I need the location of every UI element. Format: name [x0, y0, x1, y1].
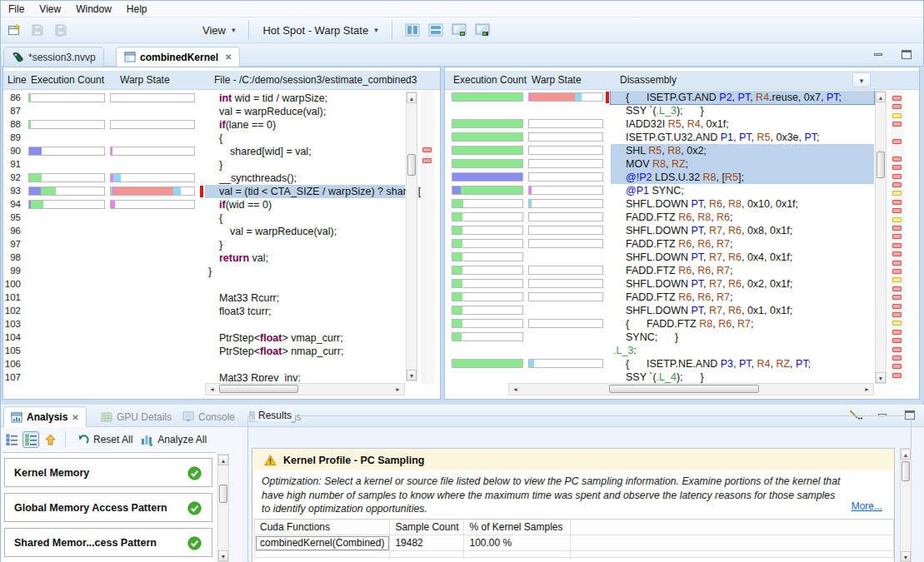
- source-row[interactable]: 103: [3, 318, 440, 331]
- annotation-marker[interactable]: [892, 96, 902, 101]
- source-row[interactable]: 102float3 tcurr;: [3, 305, 440, 318]
- close-icon[interactable]: ✕: [225, 52, 232, 62]
- close-icon[interactable]: ✕: [72, 413, 78, 422]
- annotation-marker[interactable]: [892, 251, 902, 256]
- analysis-stage-card[interactable]: Kernel Memory: [4, 458, 212, 487]
- table-cell[interactable]: [571, 535, 894, 551]
- new-session-button[interactable]: [4, 20, 24, 40]
- scroll-up-icon[interactable]: ▲: [876, 92, 886, 102]
- disassembly-row[interactable]: FADD.FTZ R6, R6, R7;: [445, 291, 919, 304]
- source-row[interactable]: 93val = (tid < CTA_SIZE / warpSize) ? sh…: [3, 185, 440, 198]
- disassembly-horizontal-scrollbar[interactable]: ◄ ►: [508, 383, 874, 395]
- tab-analysis[interactable]: Analysis ✕: [3, 406, 87, 427]
- annotation-marker[interactable]: [892, 122, 902, 127]
- disassembly-options-dropdown[interactable]: ▾: [852, 72, 871, 87]
- save-button[interactable]: [27, 20, 47, 40]
- reset-all-button[interactable]: Reset All: [72, 431, 137, 448]
- annotation-marker[interactable]: [892, 286, 902, 291]
- scrollbar-thumb[interactable]: [877, 152, 885, 178]
- maximize-editor-button[interactable]: [898, 47, 915, 61]
- disassembly-row[interactable]: .L_3:: [445, 344, 919, 357]
- scroll-left-icon[interactable]: ◄: [207, 384, 217, 395]
- tab-gpu-details[interactable]: GPU Details: [94, 406, 178, 427]
- menu-item-file[interactable]: File: [1, 1, 32, 17]
- source-row[interactable]: 92__syncthreads();: [3, 172, 440, 185]
- source-row[interactable]: 96val = warpReduce(val);: [3, 225, 440, 238]
- scroll-up-icon[interactable]: ▲: [407, 92, 417, 103]
- annotation-marker[interactable]: [892, 157, 902, 162]
- tab-console[interactable]: Console: [176, 406, 242, 427]
- disassembly-row[interactable]: SHFL.DOWN PT, R7, R6, 0x2, 0x1f;: [445, 277, 919, 291]
- source-vertical-scrollbar[interactable]: ▲ ▼: [406, 92, 417, 381]
- annotation-marker[interactable]: [892, 191, 902, 196]
- tab-session3[interactable]: *session3.nvvp: [3, 47, 104, 67]
- split-horizontal-button[interactable]: [426, 20, 446, 40]
- minimize-editor-button[interactable]: [870, 47, 887, 61]
- disassembly-row[interactable]: MOV R8, RZ;: [445, 157, 919, 171]
- analysis-stage-card[interactable]: Global Memory Access Pattern: [4, 493, 212, 522]
- source-row[interactable]: 94if(wid == 0): [3, 198, 440, 211]
- scroll-up-icon[interactable]: ▲: [218, 455, 228, 465]
- scrollbar-thumb[interactable]: [902, 461, 910, 481]
- table-header-cell[interactable]: [571, 520, 894, 535]
- annotation-marker[interactable]: [422, 147, 432, 152]
- scroll-down-icon[interactable]: ▼: [218, 550, 228, 561]
- scroll-left-icon[interactable]: ◄: [510, 384, 521, 395]
- disassembly-row[interactable]: IADD32I R5, R4, 0x1f;: [445, 117, 919, 131]
- annotation-marker[interactable]: [892, 277, 902, 282]
- menu-item-window[interactable]: Window: [68, 1, 119, 17]
- disassembly-row[interactable]: FADD.FTZ R6, R8, R6;: [445, 211, 919, 224]
- annotation-marker[interactable]: [892, 217, 902, 222]
- table-header-cell[interactable]: % of Kernel Samples: [464, 520, 571, 535]
- table-row[interactable]: combinedKernel(Combined)19482100.00 %: [255, 535, 894, 551]
- view-dropdown[interactable]: View ▾: [196, 22, 242, 39]
- source-row[interactable]: 107Mat33 Rprev_inv;: [3, 371, 440, 381]
- scroll-down-icon[interactable]: ▼: [901, 551, 911, 562]
- source-row[interactable]: 99}: [3, 265, 440, 278]
- table-cell[interactable]: combinedKernel(Combined): [255, 535, 390, 551]
- source-row[interactable]: 90shared[wid] = val;: [3, 145, 440, 158]
- more-link[interactable]: More...: [852, 500, 882, 512]
- tab-combinedkernel[interactable]: combinedKernel ✕: [116, 47, 240, 67]
- annotation-marker[interactable]: [892, 356, 902, 361]
- split-vertical-button[interactable]: [402, 20, 422, 40]
- disassembly-row[interactable]: SSY `(.L_4); }: [445, 371, 919, 384]
- disassembly-row[interactable]: SSY `(.L_3); }: [445, 104, 919, 117]
- annotation-marker[interactable]: [892, 182, 902, 187]
- annotation-marker[interactable]: [892, 364, 902, 369]
- scrollbar-thumb[interactable]: [219, 485, 227, 503]
- back-up-button[interactable]: [42, 431, 58, 448]
- restore-source-view-button[interactable]: [472, 20, 492, 40]
- maximize-source-view-button[interactable]: [449, 20, 469, 40]
- scroll-right-icon[interactable]: ►: [392, 384, 403, 395]
- scrollbar-thumb[interactable]: [609, 385, 759, 393]
- table-cell[interactable]: 100.00 %: [464, 535, 571, 551]
- source-row[interactable]: 98return val;: [3, 251, 440, 265]
- source-row[interactable]: 100: [3, 278, 440, 291]
- unguided-analysis-button[interactable]: [3, 431, 20, 448]
- source-horizontal-scrollbar[interactable]: ◄ ►: [205, 383, 405, 395]
- annotation-marker[interactable]: [892, 200, 902, 205]
- annotation-marker[interactable]: [892, 243, 902, 248]
- disassembly-row[interactable]: { ISETP.GT.AND P2, PT, R4.reuse, 0x7, PT…: [445, 91, 919, 104]
- menu-item-help[interactable]: Help: [119, 1, 155, 17]
- results-scrollbar[interactable]: ▲ ▼: [900, 448, 912, 562]
- source-row[interactable]: 101Mat33 Rcurr;: [3, 291, 440, 305]
- table-header-cell[interactable]: Cuda Functions: [255, 520, 390, 535]
- annotation-marker[interactable]: [892, 113, 902, 118]
- disassembly-row[interactable]: { ISETP.NE.AND P3, PT, R4, RZ, PT;: [445, 357, 919, 371]
- scroll-right-icon[interactable]: ►: [862, 384, 872, 395]
- save-all-button[interactable]: [51, 20, 71, 40]
- source-row[interactable]: 91}: [3, 158, 440, 172]
- scroll-up-icon[interactable]: ▲: [901, 449, 911, 460]
- guided-analysis-button[interactable]: [22, 431, 39, 448]
- disassembly-row[interactable]: ISETP.GT.U32.AND P1, PT, R5, 0x3e, PT;: [445, 131, 919, 144]
- annotation-marker[interactable]: [892, 347, 902, 352]
- source-row[interactable]: 86int wid = tid / warpSize;: [3, 92, 440, 105]
- disassembly-row[interactable]: SHFL.DOWN PT, R7, R6, 0x4, 0x1f;: [445, 251, 919, 264]
- annotation-marker[interactable]: [892, 165, 902, 170]
- table-header-cell[interactable]: Sample Count: [390, 520, 464, 535]
- annotation-marker[interactable]: [892, 226, 902, 231]
- disassembly-vertical-scrollbar[interactable]: ▲ ▼: [875, 91, 887, 384]
- annotation-marker[interactable]: [892, 139, 902, 144]
